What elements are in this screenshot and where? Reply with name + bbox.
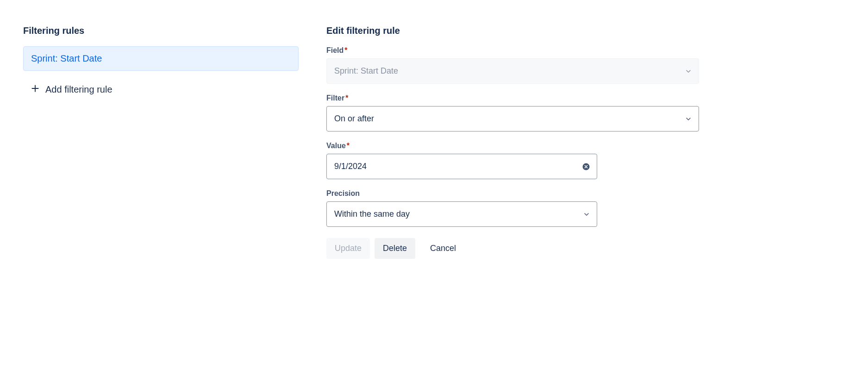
filtering-rule-item[interactable]: Sprint: Start Date: [23, 46, 299, 71]
value-input-wrapper[interactable]: [326, 154, 597, 179]
add-filtering-rule-label: Add filtering rule: [45, 84, 112, 95]
filter-select[interactable]: On or after: [326, 106, 699, 132]
plus-icon: [31, 84, 40, 95]
value-label: Value*: [326, 142, 699, 150]
delete-button[interactable]: Delete: [375, 238, 415, 259]
required-asterisk: *: [345, 94, 348, 102]
required-asterisk: *: [344, 46, 347, 54]
required-asterisk: *: [347, 142, 350, 150]
precision-label: Precision: [326, 189, 699, 198]
update-button: Update: [326, 238, 370, 259]
precision-select-value: Within the same day: [334, 209, 410, 219]
filter-select-value: On or after: [334, 114, 374, 124]
field-select: Sprint: Start Date: [326, 58, 699, 84]
add-filtering-rule-button[interactable]: Add filtering rule: [23, 77, 120, 102]
field-select-value: Sprint: Start Date: [334, 66, 398, 76]
filtering-rule-label: Sprint: Start Date: [31, 53, 102, 63]
chevron-down-icon: [685, 68, 692, 75]
edit-filtering-rule-title: Edit filtering rule: [326, 25, 699, 36]
chevron-down-icon: [583, 211, 590, 218]
clear-icon[interactable]: [582, 163, 590, 171]
filter-label: Filter*: [326, 94, 699, 102]
chevron-down-icon: [685, 115, 692, 123]
filtering-rules-title: Filtering rules: [23, 25, 299, 36]
cancel-button[interactable]: Cancel: [420, 238, 466, 259]
value-input[interactable]: [334, 162, 576, 171]
precision-select[interactable]: Within the same day: [326, 201, 597, 227]
field-label: Field*: [326, 46, 699, 55]
